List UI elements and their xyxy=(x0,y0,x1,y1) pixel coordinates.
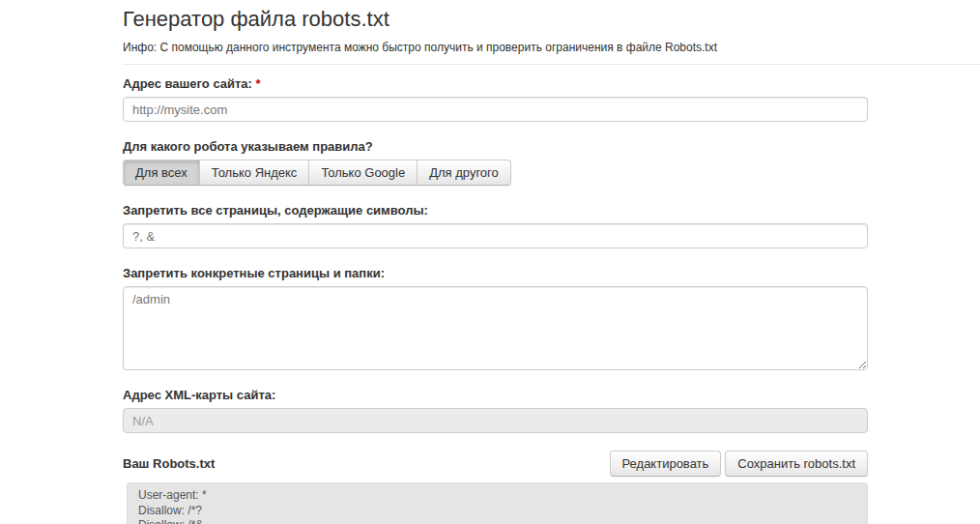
sitemap-label: Адрес XML-карты сайта: xyxy=(123,388,868,402)
edit-button[interactable]: Редактировать xyxy=(610,451,722,477)
sitemap-input xyxy=(123,408,868,433)
header-divider xyxy=(123,64,980,65)
site-address-label: Адрес вашего сайта: * xyxy=(123,76,868,91)
robots-output-line: Disallow: /*& xyxy=(138,518,856,524)
robot-choice-button-group: Для всех Только Яндекс Только Google Для… xyxy=(123,160,511,186)
disallow-pages-label: Запретить конкретные страницы и папки: xyxy=(123,266,868,280)
site-address-group: Адрес вашего сайта: * xyxy=(123,76,868,122)
robot-option-google-button[interactable]: Только Google xyxy=(308,160,418,186)
disallow-symbols-group: Запретить все страницы, содержащие симво… xyxy=(123,203,868,248)
page-title: Генератор файла robots.txt xyxy=(123,6,868,32)
disallow-pages-textarea[interactable]: /admin xyxy=(123,286,868,370)
result-header-row: Ваш Robots.txt Редактировать Сохранить r… xyxy=(123,451,868,477)
robot-choice-group: Для какого робота указываем правила? Для… xyxy=(123,139,868,186)
disallow-pages-group: Запретить конкретные страницы и папки: /… xyxy=(123,266,868,370)
robot-choice-label: Для какого робота указываем правила? xyxy=(123,139,868,154)
info-text: Инфо: С помощью данного инструмента можн… xyxy=(123,41,868,54)
robots-generator-page: Генератор файла robots.txt Инфо: С помощ… xyxy=(0,0,980,524)
disallow-symbols-label: Запретить все страницы, содержащие симво… xyxy=(123,203,868,218)
result-label: Ваш Robots.txt xyxy=(123,456,215,471)
sitemap-group: Адрес XML-карты сайта: xyxy=(123,388,868,433)
save-robots-button[interactable]: Сохранить robots.txt xyxy=(725,451,868,477)
robot-option-yandex-button[interactable]: Только Яндекс xyxy=(199,160,310,186)
disallow-symbols-input[interactable] xyxy=(123,223,868,248)
robot-option-all-button[interactable]: Для всех xyxy=(123,160,200,186)
site-address-input[interactable] xyxy=(123,97,868,122)
robots-output-line: Disallow: /*? xyxy=(138,504,856,519)
robot-option-other-button[interactable]: Для другого xyxy=(417,160,511,186)
result-buttons: Редактировать Сохранить robots.txt xyxy=(610,451,869,477)
robots-output: User-agent: * Disallow: /*? Disallow: /*… xyxy=(127,482,868,524)
required-asterisk: * xyxy=(256,76,261,91)
generator-form: Адрес вашего сайта: * Для какого робота … xyxy=(123,76,868,524)
robots-output-line: User-agent: * xyxy=(138,488,856,504)
